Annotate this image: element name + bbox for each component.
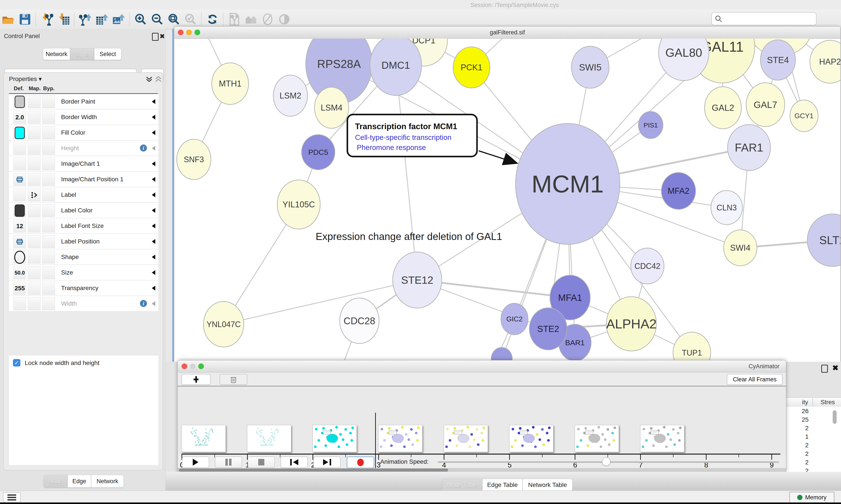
zoom-window-button[interactable] <box>198 363 204 369</box>
table-scrollbar[interactable] <box>833 410 837 424</box>
color-swatch[interactable] <box>15 96 25 108</box>
tab-network-table[interactable]: Network Table <box>522 479 572 491</box>
mapping-cell[interactable] <box>28 158 40 170</box>
bypass-cell[interactable] <box>42 142 55 155</box>
panel-divider[interactable] <box>173 29 174 362</box>
annotation-link[interactable]: Cell-type-specific transcription <box>355 133 451 141</box>
mapping-cell[interactable] <box>28 204 40 217</box>
cyanimator-scrollbar[interactable] <box>178 468 786 472</box>
float-window-icon[interactable] <box>821 365 828 373</box>
close-panel-icon[interactable]: ✖ <box>832 363 839 372</box>
expand-property-icon[interactable] <box>152 223 155 228</box>
bypass-cell[interactable] <box>42 204 55 217</box>
animation-frame-0[interactable] <box>182 425 226 452</box>
position-icon[interactable] <box>16 239 23 245</box>
animation-frame-5[interactable] <box>509 425 553 452</box>
zoom-in-icon[interactable] <box>132 12 149 27</box>
export-table-icon[interactable] <box>94 12 110 27</box>
default-value[interactable]: 12 <box>16 223 23 230</box>
network-titlebar[interactable]: galFiltered.sif <box>174 26 840 39</box>
mapping-cell[interactable] <box>28 188 40 201</box>
expand-property-icon[interactable] <box>152 286 155 290</box>
search-input[interactable] <box>724 15 809 22</box>
play-button[interactable] <box>182 456 209 468</box>
pause-button[interactable] <box>215 456 242 468</box>
default-cell[interactable] <box>13 158 26 170</box>
skip-to-end-button[interactable] <box>314 456 341 468</box>
save-icon[interactable] <box>17 12 33 27</box>
network-node-tup1[interactable] <box>673 332 711 362</box>
animation-frame-4[interactable] <box>444 425 488 452</box>
network-node-smallp[interactable] <box>491 347 512 362</box>
expand-property-icon[interactable] <box>152 301 155 306</box>
property-row-size[interactable]: 50.0Size <box>9 265 158 281</box>
property-row-width[interactable]: Widthi <box>9 296 158 311</box>
tab-edge[interactable]: Edge <box>68 475 91 488</box>
expand-property-icon[interactable] <box>152 161 155 166</box>
default-cell[interactable] <box>13 235 26 248</box>
default-cell[interactable] <box>13 251 26 264</box>
animation-frame-3[interactable] <box>378 425 423 452</box>
table-row[interactable]: 2 <box>786 424 841 432</box>
mapping-cell[interactable] <box>28 95 40 108</box>
bypass-cell[interactable] <box>42 111 55 124</box>
default-cell[interactable]: 255 <box>13 282 26 295</box>
property-row-fill-color[interactable]: Fill Color <box>9 125 158 141</box>
column-divider[interactable] <box>812 398 813 406</box>
expand-property-icon[interactable] <box>152 208 155 213</box>
property-row-label-font-size[interactable]: 12Label Font Size <box>9 218 158 234</box>
panel-list-button[interactable] <box>3 492 21 503</box>
tab-select[interactable]: Select <box>94 48 121 60</box>
table-column-headers[interactable]: ity Stres <box>786 397 841 407</box>
color-swatch[interactable] <box>15 127 25 139</box>
expand-property-icon[interactable] <box>152 255 155 259</box>
mapping-cell[interactable] <box>28 126 40 139</box>
expand-property-icon[interactable] <box>152 115 155 120</box>
ellipse-shape-icon[interactable] <box>14 251 25 264</box>
zoom-out-icon[interactable] <box>149 12 165 27</box>
table-row[interactable]: 1 <box>786 432 841 441</box>
tab-network[interactable]: Network <box>91 475 124 488</box>
animation-speed-thumb[interactable] <box>602 457 610 466</box>
property-row-border-paint[interactable]: Border Paint <box>9 94 158 109</box>
table-row[interactable]: 2 <box>786 441 841 449</box>
bypass-cell[interactable] <box>42 266 55 279</box>
animation-frame-1[interactable] <box>247 425 291 452</box>
animation-frame-7[interactable] <box>640 425 684 452</box>
default-cell[interactable] <box>13 173 26 186</box>
default-value[interactable]: 50.0 <box>15 270 25 276</box>
default-cell[interactable]: 2.0 <box>13 111 26 124</box>
info-icon[interactable]: i <box>140 300 147 307</box>
table-column-ity[interactable]: ity <box>802 399 808 406</box>
bypass-cell[interactable] <box>42 251 55 264</box>
bypass-cell[interactable] <box>42 158 55 170</box>
annotation-link[interactable]: Pheromone response <box>357 143 426 151</box>
bypass-cell[interactable] <box>42 95 55 108</box>
scrollbar-thumb[interactable] <box>179 469 448 472</box>
property-row-transparency[interactable]: 255Transparency <box>9 281 158 296</box>
mapping-cell[interactable] <box>28 282 40 295</box>
mapping-cell[interactable] <box>28 220 40 233</box>
cyanimator-timeline[interactable]: 0123456789 Seconds <box>178 386 786 456</box>
bypass-cell[interactable] <box>42 282 55 295</box>
expand-property-icon[interactable] <box>152 177 155 182</box>
lock-checkbox[interactable]: ✓ <box>13 359 20 366</box>
cyanimator-titlebar[interactable]: CyAnimator <box>178 360 786 373</box>
info-icon[interactable]: i <box>140 144 147 151</box>
expand-property-icon[interactable] <box>152 239 155 244</box>
mapping-cell[interactable] <box>28 266 40 279</box>
property-row-image-chart-1[interactable]: Image/Chart 1 <box>9 156 158 172</box>
open-icon[interactable] <box>0 12 17 27</box>
timeline-playhead[interactable] <box>375 413 376 478</box>
tab-network[interactable]: Network <box>43 48 70 60</box>
export-network-icon[interactable] <box>77 12 94 27</box>
default-value[interactable]: 255 <box>15 285 25 292</box>
export-image-icon[interactable] <box>110 12 127 27</box>
zoom-fit-icon[interactable] <box>165 12 182 27</box>
close-window-button[interactable] <box>182 363 187 369</box>
bypass-cell[interactable] <box>42 173 55 186</box>
properties-header[interactable]: Properties ▾ <box>9 75 42 83</box>
bypass-cell[interactable] <box>42 220 55 233</box>
tab-style[interactable]: Style <box>70 48 94 60</box>
table-column-stress[interactable]: Stres <box>821 399 835 406</box>
